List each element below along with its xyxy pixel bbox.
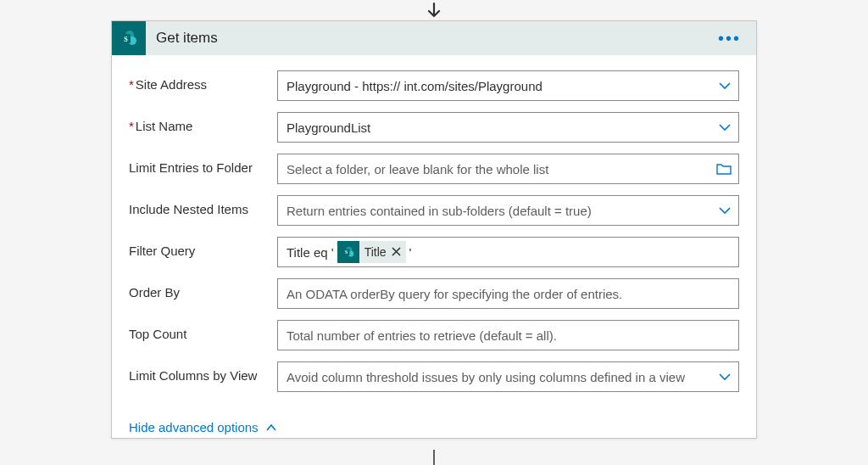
filter-query-input[interactable]: Title eq ' S Title ' (277, 237, 739, 267)
input-placeholder: Avoid column threshold issues by only us… (287, 370, 685, 384)
chevron-down-icon (717, 120, 732, 135)
card-body: *Site Address Playground - https:// int.… (112, 55, 756, 413)
field-label: *Site Address (129, 70, 277, 92)
action-card-get-items: S Get items ••• *Site Address Playground… (111, 20, 757, 439)
token-remove-button[interactable] (392, 245, 401, 259)
dropdown-button[interactable] (717, 203, 732, 218)
field-input-wrap: Total number of entries to retrieve (def… (277, 320, 739, 350)
input-placeholder: Return entries contained in sub-folders … (287, 204, 592, 218)
card-title: Get items (146, 30, 713, 47)
input-placeholder: An ODATA orderBy query for specifying th… (287, 287, 622, 301)
order-by-input[interactable]: An ODATA orderBy query for specifying th… (277, 278, 739, 309)
field-row-limit-folder: Limit Entries to Folder Select a folder,… (129, 154, 739, 184)
flow-connector-out (433, 450, 435, 465)
input-placeholder: Select a folder, or leave blank for the … (287, 162, 548, 176)
field-row-order-by: Order By An ODATA orderBy query for spec… (129, 278, 739, 309)
field-label: Limit Entries to Folder (129, 154, 277, 175)
field-label: Order By (129, 278, 277, 300)
required-asterisk: * (129, 119, 134, 133)
field-input-wrap: Playground - https:// int.com/sites/Play… (277, 70, 739, 101)
card-menu-button[interactable]: ••• (713, 31, 746, 46)
required-asterisk: * (129, 77, 134, 92)
close-icon (392, 247, 401, 256)
field-label: Filter Query (129, 237, 277, 258)
site-address-input[interactable]: Playground - https:// int.com/sites/Play… (277, 70, 739, 101)
svg-text:S: S (345, 249, 348, 255)
field-input-wrap: Title eq ' S Title ' (277, 237, 739, 267)
toggle-label: Hide advanced options (129, 420, 259, 434)
field-label: Limit Columns by View (129, 361, 277, 383)
token-label: Title (364, 245, 387, 259)
field-input-wrap: Select a folder, or leave blank for the … (277, 154, 739, 184)
field-row-list-name: *List Name PlaygroundList (129, 112, 739, 143)
folder-picker-button[interactable] (715, 161, 732, 176)
dropdown-button[interactable] (717, 78, 732, 93)
dropdown-button[interactable] (717, 120, 732, 135)
field-input-wrap: PlaygroundList (277, 112, 739, 143)
field-input-wrap: Return entries contained in sub-folders … (277, 195, 739, 226)
label-text: Site Address (136, 77, 207, 92)
input-value: PlaygroundList (287, 120, 370, 135)
filter-prefix-text: Title eq ' (287, 245, 334, 260)
limit-folder-input[interactable]: Select a folder, or leave blank for the … (277, 154, 739, 184)
field-label: *List Name (129, 112, 277, 133)
card-header[interactable]: S Get items ••• (112, 21, 756, 55)
field-input-wrap: Avoid column threshold issues by only us… (277, 361, 739, 392)
limit-columns-input[interactable]: Avoid column threshold issues by only us… (277, 361, 739, 392)
chevron-down-icon (717, 369, 732, 384)
filter-suffix-text: ' (409, 245, 412, 260)
field-row-site-address: *Site Address Playground - https:// int.… (129, 70, 739, 101)
dynamic-content-token-title[interactable]: S Title (337, 241, 406, 263)
field-row-top-count: Top Count Total number of entries to ret… (129, 320, 739, 350)
label-text: List Name (136, 119, 193, 133)
input-placeholder: Total number of entries to retrieve (def… (287, 328, 557, 343)
top-count-input[interactable]: Total number of entries to retrieve (def… (277, 320, 739, 350)
field-row-limit-columns: Limit Columns by View Avoid column thres… (129, 361, 739, 392)
hide-advanced-options-link[interactable]: Hide advanced options (112, 413, 277, 438)
svg-text:S: S (124, 36, 128, 43)
include-nested-input[interactable]: Return entries contained in sub-folders … (277, 195, 739, 226)
chevron-up-icon (265, 422, 277, 434)
input-value: Playground - https:// int.com/sites/Play… (287, 79, 542, 93)
field-label: Top Count (129, 320, 277, 341)
sharepoint-icon: S (337, 241, 359, 263)
sharepoint-icon: S (112, 21, 146, 55)
field-row-include-nested: Include Nested Items Return entries cont… (129, 195, 739, 226)
folder-icon (715, 161, 732, 176)
ellipsis-icon: ••• (718, 29, 741, 48)
field-row-filter-query: Filter Query Title eq ' S Title ' (129, 237, 739, 267)
chevron-down-icon (717, 78, 732, 93)
field-input-wrap: An ODATA orderBy query for specifying th… (277, 278, 739, 309)
field-label: Include Nested Items (129, 195, 277, 216)
chevron-down-icon (717, 203, 732, 218)
dropdown-button[interactable] (717, 369, 732, 384)
list-name-input[interactable]: PlaygroundList (277, 112, 739, 143)
